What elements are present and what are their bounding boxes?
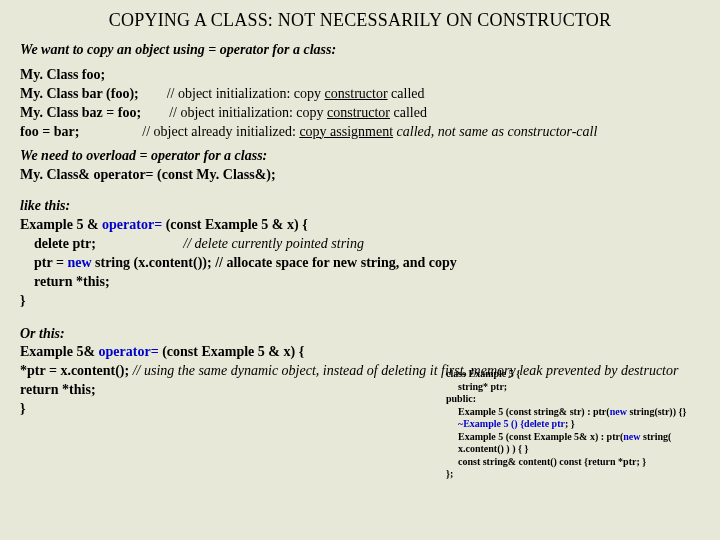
side-l5c: ; }: [565, 418, 575, 429]
line2-underline: constructor: [325, 86, 388, 101]
side-l3: public:: [446, 393, 696, 406]
side-l6a: Example 5 (const Example 5& x) : ptr(: [458, 431, 623, 442]
line3-code: My. Class baz = foo;: [20, 105, 141, 120]
ex1-l2c: string (x.content()); // allocate space …: [92, 255, 457, 270]
intro-text: We want to copy an object using = operat…: [20, 41, 700, 60]
ex2-head: Or this:: [20, 326, 65, 341]
line4-underline: copy assignment: [299, 124, 393, 139]
spacer: [142, 86, 163, 101]
ex1-l2b: new: [67, 255, 91, 270]
side-l1: class Example 5 {: [446, 368, 696, 381]
example1-block: like this: Example 5 & operator= (const …: [20, 197, 700, 310]
ex2-sig-op: operator=: [99, 344, 159, 359]
ex1-line2: ptr = new string (x.content()); // alloc…: [20, 255, 457, 270]
ex2-sig-a: Example 5&: [20, 344, 99, 359]
code-block-1: My. Class foo; My. Class bar (foo); // o…: [20, 66, 700, 142]
need-text: We need to overload = operator for a cla…: [20, 148, 267, 163]
line2-comment-a: // object initialization: copy: [167, 86, 325, 101]
side-l5b: delete ptr: [524, 418, 565, 429]
line4-comment-b: called, not same as constructor-call: [393, 124, 597, 139]
line3-comment-a: // object initialization: copy: [169, 105, 327, 120]
line2-code: My. Class bar (foo);: [20, 86, 139, 101]
side-class-def: class Example 5 { string* ptr; public: E…: [446, 368, 696, 481]
ex1-l1a: delete ptr;: [34, 236, 96, 251]
side-l6: Example 5 (const Example 5& x) : ptr(new…: [446, 431, 696, 456]
spacer: [145, 105, 166, 120]
side-l5: ~Example 5 () {delete ptr; }: [446, 418, 696, 431]
spacer: [83, 124, 139, 139]
ex1-head: like this:: [20, 198, 70, 213]
side-l4b: new: [610, 406, 627, 417]
ex2-l2: return *this;: [20, 382, 96, 397]
ex1-l2a: ptr =: [34, 255, 67, 270]
spacer: [99, 236, 180, 251]
side-l8: };: [446, 468, 696, 481]
side-l2: string* ptr;: [446, 381, 696, 394]
line2-comment-b: called: [388, 86, 425, 101]
side-l6b: new: [623, 431, 640, 442]
ex1-l1b: // delete currently pointed string: [183, 236, 364, 251]
ex2-close: }: [20, 401, 26, 416]
ex1-close: }: [20, 293, 26, 308]
slide-title: COPYING A CLASS: NOT NECESSARILY ON CONS…: [20, 10, 700, 31]
line3-underline: constructor: [327, 105, 390, 120]
ex2-l1a: *ptr = x.content();: [20, 363, 133, 378]
ex1-line3: return *this;: [20, 274, 110, 289]
line1: My. Class foo;: [20, 67, 105, 82]
ex1-sig-a: Example 5 &: [20, 217, 102, 232]
side-l4a: Example 5 (const string& str) : ptr(: [458, 406, 610, 417]
line3-comment-b: called: [390, 105, 427, 120]
need-sig: My. Class& operator= (const My. Class&);: [20, 167, 276, 182]
side-l7: const string& content() const {return *p…: [446, 456, 696, 469]
ex2-sig-b: (const Example 5 & x) {: [159, 344, 305, 359]
side-l5a: ~Example 5 () {: [458, 418, 524, 429]
ex1-line1: delete ptr; // delete currently pointed …: [20, 236, 364, 251]
side-l4c: string(str)) {}: [627, 406, 687, 417]
ex1-sig-b: (const Example 5 & x) {: [162, 217, 308, 232]
need-block: We need to overload = operator for a cla…: [20, 147, 700, 185]
side-l4: Example 5 (const string& str) : ptr(new …: [446, 406, 696, 419]
line4-comment-a: // object already initialized:: [142, 124, 299, 139]
ex1-sig-op: operator=: [102, 217, 162, 232]
line4-code: foo = bar;: [20, 124, 79, 139]
